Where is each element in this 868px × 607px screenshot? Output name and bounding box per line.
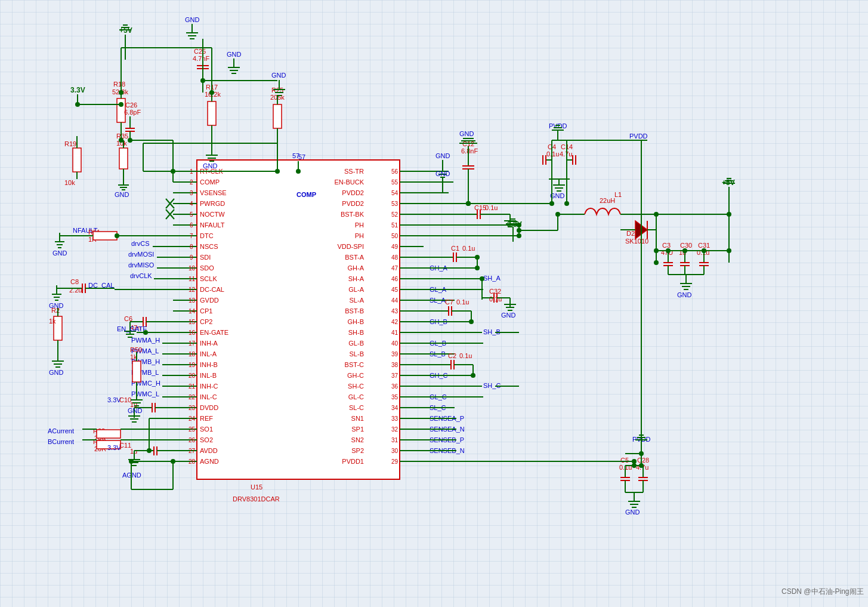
- pin-28-label: AGND: [200, 458, 219, 465]
- bcurrent-label: BCurrent: [48, 438, 74, 445]
- pin-53-num: 53: [391, 201, 399, 207]
- pin-15-num: 15: [189, 319, 196, 325]
- pin-38-num: 38: [391, 362, 399, 368]
- acurrent-label: ACurrent: [48, 427, 74, 435]
- pin-23-num: 23: [189, 405, 196, 411]
- c8-label: C8: [70, 278, 79, 285]
- c26-label: C26: [125, 101, 137, 109]
- svg-point-343: [517, 228, 521, 233]
- c14-value: 4.7u: [560, 150, 572, 158]
- pin-56-label: SS-TR: [344, 168, 364, 175]
- pin-10-num: 10: [189, 265, 196, 272]
- svg-rect-66: [73, 148, 81, 172]
- pin-39-num: 39: [391, 351, 399, 358]
- pvdd-node: PVDD: [629, 133, 648, 140]
- gnd-r50: GND: [128, 407, 143, 414]
- net-label-57: 57: [298, 153, 305, 161]
- pin-9-label: SDI: [200, 254, 211, 261]
- ic-part: DRV8301DCAR: [233, 495, 280, 503]
- pin-22-label: INL-C: [200, 393, 217, 400]
- svg-point-408: [654, 260, 659, 265]
- pin-44-num: 44: [391, 297, 399, 304]
- pin-2-num: 2: [190, 179, 193, 186]
- pin-50-num: 50: [391, 233, 399, 239]
- svg-rect-162: [97, 430, 121, 438]
- l1-name: L1: [614, 191, 622, 198]
- drvmiso-label: drvMISO: [128, 261, 155, 269]
- pin-36-label: SH-C: [348, 383, 364, 390]
- pin-7-label: DTC: [200, 232, 214, 239]
- pin-42-label: GH-B: [348, 318, 365, 325]
- pin-24-label: REF: [200, 415, 213, 422]
- pin-4-label: PWRGD: [200, 200, 225, 207]
- pin-29-label: PVDD1: [342, 458, 364, 465]
- ic-name: U15: [251, 483, 262, 491]
- svg-point-265: [702, 248, 706, 253]
- c12-value: 6.8nF: [461, 147, 478, 155]
- pin-25-num: 25: [189, 426, 196, 433]
- c26-value: 6.8pF: [124, 109, 141, 116]
- pin-37-num: 37: [391, 372, 399, 379]
- c2-value: 0.1u: [459, 352, 472, 359]
- c25-value: 4.7nF: [193, 55, 209, 62]
- pin-51-num: 51: [391, 222, 399, 229]
- pin-19-label: INH-B: [200, 361, 218, 368]
- svg-point-402: [275, 169, 280, 174]
- pin-54-num: 54: [391, 190, 399, 196]
- pin-53-label: PVDD2: [342, 200, 364, 207]
- pin-9-num: 9: [190, 254, 193, 261]
- pin-6-label: NFAULT: [200, 221, 225, 229]
- pin-21-num: 21: [189, 383, 196, 390]
- pin-7-num: 7: [190, 233, 193, 239]
- pin-26-num: 26: [189, 437, 196, 443]
- gnd-label-r17: GND: [203, 162, 218, 170]
- gnd-label-r35: GND: [115, 191, 129, 198]
- r19-label: R19: [64, 140, 76, 147]
- pin-48-label: BST-A: [345, 254, 364, 261]
- pin-26-label: SO2: [200, 436, 213, 443]
- pin-35-label: GL-C: [348, 393, 364, 400]
- pin-10-label: SDO: [200, 264, 214, 272]
- pin-40-num: 40: [391, 340, 399, 347]
- svg-point-385: [209, 90, 214, 95]
- pin-23-label: DVDD: [200, 404, 218, 411]
- pin-11-label: SCLK: [200, 275, 217, 282]
- pin-2-label: COMP: [200, 178, 220, 186]
- pin-3-num: 3: [190, 190, 193, 196]
- gnd-label-r25: GND: [271, 72, 286, 79]
- pin-5-num: 5: [190, 211, 193, 218]
- pin-13-label: GVDD: [200, 297, 219, 304]
- c1-value: 0.1u: [462, 245, 475, 252]
- gnd-pvdd2: GND: [435, 170, 450, 177]
- sh-a-label: SH_A: [483, 275, 501, 282]
- pin-35-num: 35: [391, 394, 399, 400]
- r19-value: 10k: [64, 179, 75, 186]
- gnd-ss-tr: GND: [435, 152, 450, 159]
- pin-45-label: GL-A: [348, 286, 364, 293]
- pin-48-num: 48: [391, 254, 399, 261]
- c7-label: C7: [445, 298, 453, 306]
- c31-label: C31: [698, 242, 710, 249]
- svg-point-399: [200, 78, 205, 83]
- pin-45-num: 45: [391, 286, 399, 293]
- svg-point-407: [475, 255, 480, 260]
- pin-52-num: 52: [391, 211, 399, 218]
- pin-11-num: 11: [189, 276, 196, 282]
- pin-27-num: 27: [189, 448, 196, 454]
- pin-49-num: 49: [391, 244, 399, 250]
- pin-18-label: INL-A: [200, 350, 217, 358]
- c2-label: C2: [448, 352, 456, 359]
- pin-16-label: EN-GATE: [200, 329, 228, 336]
- drvcs-label: drvCS: [131, 240, 150, 247]
- pin-47-label: GH-A: [348, 264, 365, 272]
- d2-value: SK1010: [625, 238, 648, 245]
- pin-47-num: 47: [391, 265, 399, 272]
- pin-8-label: NSCS: [200, 243, 218, 250]
- svg-rect-92: [208, 101, 216, 125]
- pin-14-num: 14: [189, 308, 196, 315]
- pin-32-num: 32: [391, 426, 399, 433]
- pin-5-label: NOCTW: [200, 211, 225, 218]
- svg-point-371: [466, 201, 471, 206]
- gnd-c3-c30-c31: GND: [677, 291, 692, 298]
- pin-41-num: 41: [391, 329, 399, 336]
